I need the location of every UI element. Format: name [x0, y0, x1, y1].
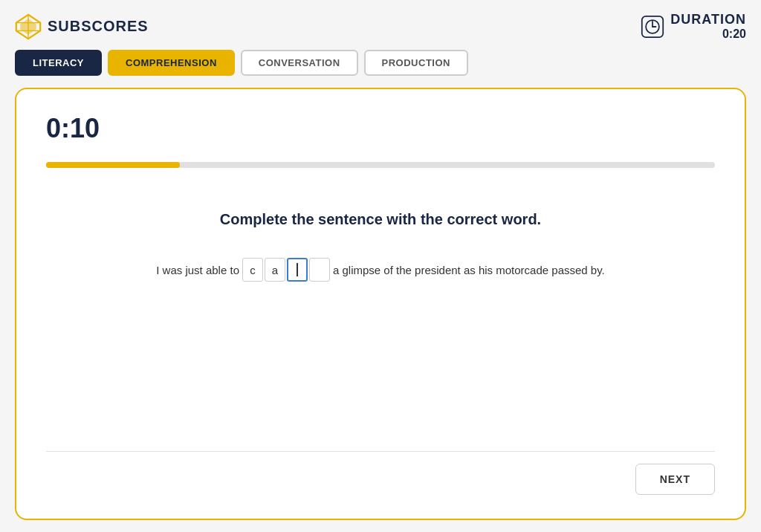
- timer-display: 0:10: [46, 113, 715, 144]
- header: SUBSCORES DURATION 0:20: [15, 12, 746, 41]
- bottom-row: NEXT: [46, 464, 715, 495]
- progress-bar-container: [46, 162, 715, 168]
- cursor: [297, 263, 298, 276]
- tab-conversation[interactable]: CONVERSATION: [241, 50, 358, 76]
- header-left: SUBSCORES: [15, 13, 149, 40]
- header-right: DURATION 0:20: [641, 12, 746, 41]
- logo-icon: [15, 13, 42, 40]
- tabs-row: LITERACY COMPREHENSION CONVERSATION PROD…: [15, 50, 746, 76]
- sentence-before: I was just able to: [156, 264, 239, 276]
- tab-production[interactable]: PRODUCTION: [364, 50, 468, 76]
- letter-box-0[interactable]: c: [242, 258, 263, 282]
- progress-bar-fill: [46, 162, 180, 168]
- letter-box-1[interactable]: a: [265, 258, 285, 282]
- main-card: 0:10 Complete the sentence with the corr…: [15, 88, 746, 520]
- question-area: Complete the sentence with the correct w…: [46, 204, 715, 451]
- divider: [46, 451, 715, 452]
- sentence-area: I was just able to c a: [156, 258, 605, 282]
- clock-icon: [641, 15, 664, 39]
- next-button[interactable]: NEXT: [635, 464, 715, 495]
- sentence-after: a glimpse of the president as his motorc…: [333, 264, 605, 276]
- duration-label: DURATION: [670, 12, 746, 27]
- tab-comprehension[interactable]: COMPREHENSION: [108, 50, 235, 76]
- letter-box-3[interactable]: [309, 258, 330, 282]
- letter-1: a: [272, 264, 278, 276]
- duration-value: 0:20: [722, 27, 746, 41]
- question-title: Complete the sentence with the correct w…: [220, 211, 541, 228]
- subscores-label: SUBSCORES: [48, 18, 149, 35]
- word-input-group: c a: [242, 258, 330, 282]
- app-container: SUBSCORES DURATION 0:20 LITERACY COMPREH…: [0, 0, 761, 532]
- letter-box-2[interactable]: [287, 258, 308, 282]
- duration-text-container: DURATION 0:20: [670, 12, 746, 41]
- letter-0: c: [250, 264, 256, 276]
- tab-literacy[interactable]: LITERACY: [15, 50, 102, 76]
